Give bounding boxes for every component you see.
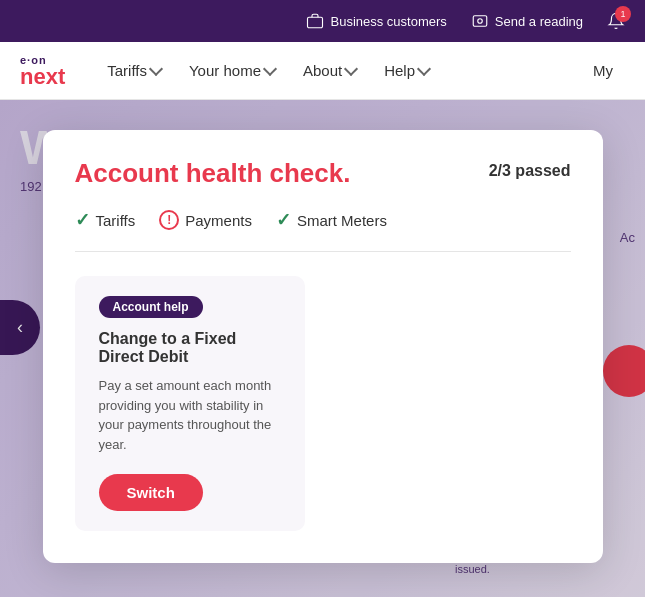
logo-next: next: [20, 66, 65, 88]
payments-check-label: Payments: [185, 212, 252, 229]
send-reading-link[interactable]: Send a reading: [471, 12, 583, 30]
account-help-card: Account help Change to a Fixed Direct De…: [75, 276, 305, 531]
tariffs-check-label: Tariffs: [96, 212, 136, 229]
meter-icon: [471, 12, 489, 30]
health-check-modal: Account health check. 2/3 passed ✓ Tarif…: [43, 130, 603, 563]
svg-rect-1: [473, 16, 487, 27]
passed-badge: 2/3 passed: [489, 162, 571, 180]
nav-about[interactable]: About: [291, 42, 368, 100]
business-customers-link[interactable]: Business customers: [306, 12, 446, 30]
checks-row: ✓ Tariffs ! Payments ✓ Smart Meters: [75, 209, 571, 252]
top-bar: Business customers Send a reading 1: [0, 0, 645, 42]
card-description: Pay a set amount each month providing yo…: [99, 376, 281, 454]
chevron-down-icon: [263, 61, 277, 75]
notification-count: 1: [615, 6, 631, 22]
chevron-down-icon: [149, 61, 163, 75]
tariffs-check-icon: ✓: [75, 209, 90, 231]
briefcase-icon: [306, 12, 324, 30]
logo[interactable]: e·on next: [20, 54, 65, 88]
payments-check: ! Payments: [159, 210, 252, 230]
account-help-badge: Account help: [99, 296, 203, 318]
business-customers-label: Business customers: [330, 14, 446, 29]
notifications-button[interactable]: 1: [607, 12, 625, 30]
card-title: Change to a Fixed Direct Debit: [99, 330, 281, 366]
payments-warning-icon: !: [159, 210, 179, 230]
nav-your-home[interactable]: Your home: [177, 42, 287, 100]
send-reading-label: Send a reading: [495, 14, 583, 29]
modal-overlay: Account health check. 2/3 passed ✓ Tarif…: [0, 100, 645, 597]
chevron-down-icon: [417, 61, 431, 75]
nav-my[interactable]: My: [581, 42, 625, 100]
nav-bar: e·on next Tariffs Your home About Help M…: [0, 42, 645, 100]
svg-point-2: [478, 19, 483, 24]
nav-items: Tariffs Your home About Help My: [95, 42, 625, 100]
nav-help[interactable]: Help: [372, 42, 441, 100]
nav-tariffs[interactable]: Tariffs: [95, 42, 173, 100]
chevron-down-icon: [344, 61, 358, 75]
modal-header: Account health check. 2/3 passed: [75, 158, 571, 189]
modal-title: Account health check.: [75, 158, 351, 189]
smart-meters-check: ✓ Smart Meters: [276, 209, 387, 231]
smart-meters-check-label: Smart Meters: [297, 212, 387, 229]
switch-button[interactable]: Switch: [99, 474, 203, 511]
smart-meters-check-icon: ✓: [276, 209, 291, 231]
svg-rect-0: [308, 17, 323, 28]
tariffs-check: ✓ Tariffs: [75, 209, 136, 231]
